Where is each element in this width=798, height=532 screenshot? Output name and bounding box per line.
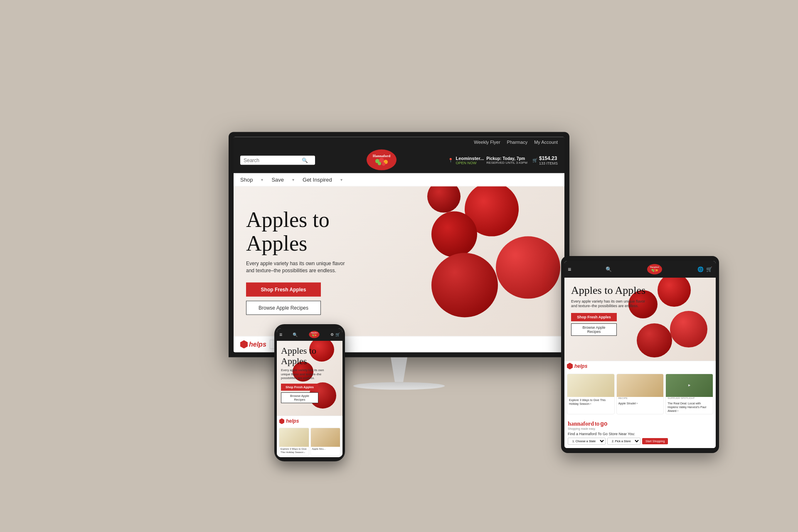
shop-nav-item[interactable]: Shop: [240, 177, 253, 183]
tablet-card-strudel-tag: RECIPE: [617, 397, 664, 400]
tablet-hero-content: Apples to Apples Every apple variety has…: [564, 278, 716, 342]
location-pin-icon: 📍: [448, 158, 453, 163]
phone-hero-subtitle: Every apple variety has its own unique f…: [281, 368, 327, 380]
phone-gear-icon: ⚙: [330, 332, 334, 337]
phone-card-give: Explore 3 Ways to Give This Holiday Seas…: [279, 428, 309, 456]
top-bar: Weekly Flyer Pharmacy My Account: [234, 137, 564, 147]
svg-point-12: [653, 270, 655, 272]
hero-content: Apples to Apples Every apple variety has…: [234, 195, 392, 328]
phone-hero: Apples to Apples Every apple variety has…: [277, 341, 342, 416]
phone-card-strudel: Apple Stru...: [310, 428, 341, 456]
apple-decoration: [394, 187, 564, 336]
save-nav-item[interactable]: Save: [271, 177, 284, 183]
get-inspired-chevron: ▾: [340, 177, 342, 182]
search-input[interactable]: [244, 157, 302, 163]
phone-card-give-label: Explore 3 Ways to Give This Holiday Seas…: [279, 447, 309, 455]
phone-device: ≡ 🔍 Hannaford ⚙ 🛒: [274, 324, 345, 461]
weekly-flyer-link[interactable]: Weekly Flyer: [474, 140, 500, 145]
tablet-card-supplier-tag: SUPPLIER SPOTLIGHT: [666, 397, 713, 400]
svg-point-19: [313, 335, 314, 337]
phone-browse-recipes-button[interactable]: Browse Apple Recipes: [281, 392, 318, 403]
phone-helps-text: helps: [286, 418, 299, 424]
phone-cart-icon[interactable]: 🛒: [335, 332, 340, 337]
tablet-card-supplier-label: The Real Deal: Local with Hopkins Valley…: [666, 400, 713, 414]
monitor-neck: [378, 357, 420, 382]
save-chevron: ▾: [292, 177, 294, 182]
phone-frame: ≡ 🔍 Hannaford ⚙ 🛒: [274, 324, 345, 461]
phone-cards: Explore 3 Ways to Give This Holiday Seas…: [277, 426, 342, 457]
phone-card-give-img: [279, 428, 309, 447]
apple-4: [431, 253, 498, 318]
phone-hero-content: Apples to Apples Every apple variety has…: [277, 341, 342, 408]
svg-text:Hannaford: Hannaford: [650, 266, 659, 268]
monitor-base: [353, 382, 445, 390]
togo-find-store-text: Find a Hannaford To Go Store Near You:: [568, 432, 712, 436]
tablet-icons: 🌐 🛒: [697, 266, 712, 272]
hannaford-logo[interactable]: Hannaford: [365, 149, 398, 172]
get-inspired-nav-item[interactable]: Get Inspired: [303, 177, 332, 183]
phone-hero-title: Apples to Apples: [281, 346, 338, 366]
shop-fresh-apples-button[interactable]: Shop Fresh Apples: [246, 283, 321, 297]
tablet-helps-shield: [567, 363, 573, 369]
pickup-info: Pickup: Today, 7pm RESERVED UNTIL 3:43PM: [486, 156, 527, 164]
tablet-helps-text: helps: [574, 363, 587, 369]
phone-icons: ⚙ 🛒: [330, 332, 340, 337]
tablet-hamburger-icon[interactable]: ≡: [568, 266, 571, 273]
nav-bar: Shop ▾ Save ▾ Get Inspired ▾: [234, 173, 564, 187]
togo-state-select[interactable]: 1. Choose a State: [568, 438, 606, 445]
cart-icon: 🛒: [532, 158, 537, 163]
hero-title: Apples to Apples: [246, 208, 379, 255]
store-open-status: OPEN NOW: [456, 160, 484, 165]
tablet-browse-recipes-button[interactable]: Browse Apple Recipes: [571, 323, 617, 336]
tablet-card-supplier-img: ▶: [666, 374, 713, 397]
phone-card-strudel-label: Apple Stru...: [311, 447, 340, 452]
tablet-search-icon[interactable]: 🔍: [606, 266, 612, 272]
search-bar[interactable]: 🔍: [240, 155, 315, 165]
tablet-hero: Apples to Apples Every apple variety has…: [564, 278, 716, 361]
tablet-card-strudel: RECIPE Apple Strudel ›: [616, 374, 664, 414]
tablet-card-give-img: [567, 374, 614, 397]
main-nav: 🔍 Hannaford: [234, 147, 564, 173]
phone-header: ≡ 🔍 Hannaford ⚙ 🛒: [277, 328, 342, 341]
tablet-togo-section: hannaford to go Shopping made easy. Find…: [564, 417, 716, 448]
phone-helps-shield: [279, 418, 284, 424]
apple-3: [496, 236, 560, 299]
helps-text: helps: [249, 341, 266, 348]
tablet-header: ≡ 🔍 Hannaford 🌐 🛒: [564, 261, 716, 278]
pickup-reserved: RESERVED UNTIL 3:43PM: [486, 160, 527, 164]
search-icon: 🔍: [302, 157, 308, 163]
tablet-frame: ≡ 🔍 Hannaford 🌐 🛒: [561, 256, 719, 453]
svg-point-5: [378, 162, 381, 165]
tablet-card-strudel-label: Apple Strudel ›: [617, 400, 664, 406]
togo-hannaford-text: hannaford: [568, 421, 594, 427]
helps-shield-icon: [240, 340, 248, 349]
store-info: 📍 Leominster... OPEN NOW Pickup: Today, …: [448, 155, 527, 165]
pharmacy-link[interactable]: Pharmacy: [507, 140, 528, 145]
tablet-hero-subtitle: Every apple variety has its own unique f…: [571, 299, 646, 309]
svg-point-20: [314, 335, 315, 337]
togo-start-shopping-button[interactable]: Start Shopping: [642, 438, 668, 444]
tablet-cards: Explore 3 Ways to Give This Holiday Seas…: [564, 371, 716, 417]
helps-logo: helps: [240, 340, 266, 349]
browse-apple-recipes-button[interactable]: Browse Apple Recipes: [246, 301, 321, 315]
tablet-shop-fresh-button[interactable]: Shop Fresh Apples: [571, 313, 617, 321]
hero-section: Apples to Apples Every apple variety has…: [234, 187, 564, 336]
phone-shop-fresh-button[interactable]: Shop Fresh Apples: [281, 384, 318, 391]
tablet-globe-icon: 🌐: [697, 266, 704, 272]
my-account-link[interactable]: My Account: [534, 140, 558, 145]
togo-store-select[interactable]: 2. Pick a Store: [607, 438, 640, 445]
tablet-helps-bar: helps: [564, 361, 716, 371]
desktop-screen: Weekly Flyer Pharmacy My Account 🔍: [234, 137, 564, 352]
tablet-cart-icon[interactable]: 🛒: [706, 266, 712, 272]
svg-point-6: [382, 163, 385, 166]
cart-info[interactable]: 🛒 $154.23 133 ITEMS: [532, 155, 558, 165]
svg-text:Hannaford: Hannaford: [311, 332, 317, 334]
phone-hamburger-icon[interactable]: ≡: [279, 332, 282, 337]
tablet-card-strudel-img: [617, 374, 664, 397]
phone-hannaford-logo[interactable]: Hannaford: [308, 330, 320, 339]
phone-search-icon[interactable]: 🔍: [293, 332, 298, 337]
cart-price: $154.23: [539, 155, 558, 161]
tablet-hannaford-logo[interactable]: Hannaford: [646, 264, 663, 275]
tablet-hero-title: Apples to Apples: [571, 284, 709, 297]
tablet-card-give: Explore 3 Ways to Give This Holiday Seas…: [567, 374, 615, 414]
